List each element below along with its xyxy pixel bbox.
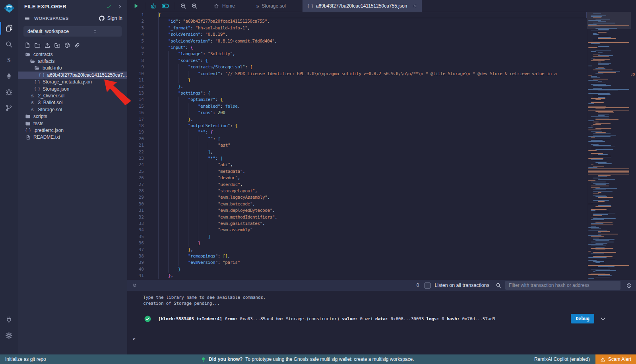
ai-assistant-button[interactable]	[150, 3, 157, 10]
workspace-name: default_workspace	[27, 29, 73, 34]
transaction-summary[interactable]: [block:5583405 txIndex:4] from: 0xa03...…	[158, 316, 495, 321]
box-icon[interactable]	[64, 42, 70, 48]
indent-guide	[168, 97, 178, 103]
run-script-button[interactable]	[133, 3, 139, 9]
sign-in-button[interactable]: Sign in	[99, 15, 122, 21]
new-folder-icon[interactable]	[34, 42, 41, 48]
sidebar-item-file-explorer[interactable]	[0, 20, 18, 36]
minimap-line	[598, 197, 613, 198]
minimap-line	[593, 59, 610, 60]
minimap-line	[588, 150, 597, 151]
workspace-select[interactable]: default_workspace	[23, 26, 122, 37]
minimap-line	[598, 81, 602, 82]
tree-item-artifacts[interactable]: artifacts	[18, 58, 127, 64]
tree-item-label: Storage.sol	[38, 107, 62, 112]
new-file-icon[interactable]	[24, 42, 31, 48]
minimap-line	[591, 43, 600, 44]
minimap-line	[598, 38, 616, 39]
tree-item-readme-txt[interactable]: README.txt	[18, 134, 127, 141]
minimap-line	[598, 112, 614, 113]
token: {	[235, 123, 237, 129]
tree-item-tests[interactable]: tests	[18, 120, 127, 127]
code-editor[interactable]: 1234567891011121314151617181920212223242…	[127, 12, 636, 280]
line-number: 33	[127, 221, 149, 227]
listen-all-checkbox[interactable]	[425, 283, 430, 288]
separator	[175, 2, 175, 10]
tree-item-2-owner-sol[interactable]: S2_Owner.sol	[18, 92, 127, 99]
indent-guide	[168, 240, 178, 246]
tree-item-storage-json[interactable]: { }Storage.json	[18, 85, 127, 92]
minimap-line	[598, 62, 601, 62]
line-number: 23	[127, 155, 149, 162]
token: :	[210, 38, 215, 45]
tab-storage-sol[interactable]: SStorage.sol	[252, 0, 291, 12]
sidebar-item-solidity-compiler[interactable]: S	[0, 52, 18, 68]
minimap-line	[598, 72, 616, 73]
indent-guide	[168, 129, 178, 136]
line-number: 9	[127, 64, 149, 70]
indent-guide	[158, 247, 168, 253]
sidebar-item-plugin-manager[interactable]	[0, 312, 18, 327]
minimap[interactable]	[587, 12, 631, 280]
close-icon[interactable]	[412, 4, 417, 8]
zoom-in-button[interactable]	[191, 3, 198, 9]
minimap-line	[593, 239, 615, 240]
token: :	[220, 103, 225, 110]
token: ""	[208, 136, 213, 142]
tree-item-storage-metadata-json[interactable]: { }Storage_metadata.json	[18, 79, 127, 85]
sidebar-item-settings[interactable]	[0, 327, 18, 343]
tree-item--prettierrc-json[interactable]: { }.prettierrc.json	[18, 127, 127, 134]
indent-guide	[158, 221, 168, 227]
separator	[145, 2, 145, 10]
sidebar-item-deploy-run[interactable]	[0, 68, 18, 84]
line-number: 10	[127, 71, 149, 77]
code-line: "evm.methodIdentifiers",	[158, 214, 587, 221]
tab-a69b43f277ba20fcac141151250ca755-json[interactable]: { }a69b43f277ba20fcac141151250ca755.json	[302, 0, 422, 12]
tree-item-scripts[interactable]: scripts	[18, 113, 127, 120]
code-line: "runs": 200	[158, 110, 587, 116]
clear-console-icon[interactable]	[626, 283, 632, 288]
tree-item-build-info[interactable]: build-info	[18, 65, 127, 72]
upload-file-icon[interactable]	[44, 42, 50, 48]
debug-button[interactable]: Debug	[571, 314, 594, 323]
hamburger-menu-icon[interactable]	[24, 15, 30, 21]
link-icon[interactable]	[74, 42, 80, 48]
remix-logo-icon[interactable]	[3, 3, 15, 15]
token: ,	[228, 253, 230, 259]
transaction-filter-input[interactable]	[505, 281, 620, 290]
tree-item-contracts[interactable]: contracts	[18, 51, 127, 58]
minimap-line	[588, 174, 629, 174]
sidebar-item-debugger[interactable]	[0, 84, 18, 100]
terminal[interactable]: Type the library name to see available c…	[127, 291, 636, 354]
git-init-button[interactable]: Initialize as git repo	[5, 354, 46, 364]
tree-item-a69b43f277ba20fcac141151250ca7-[interactable]: { }a69b43f277ba20fcac141151250ca7...	[18, 72, 127, 78]
minimap-line	[588, 47, 597, 48]
token: :	[190, 25, 195, 31]
expand-transaction-icon[interactable]	[600, 316, 606, 322]
code-line: "evm.bytecode",	[158, 201, 587, 207]
copilot-toggle-button[interactable]	[161, 2, 169, 10]
scam-alert-badge[interactable]: Scam Alert	[595, 354, 636, 364]
indent-guide	[178, 207, 188, 214]
zoom-out-button[interactable]	[180, 3, 186, 9]
minimap-line	[595, 188, 617, 189]
terminal-prompt[interactable]: >	[133, 336, 135, 341]
sidebar-item-search[interactable]	[0, 36, 18, 52]
token: "contracts/Storage.sol"	[188, 64, 245, 70]
terminal-expand-icon[interactable]	[132, 283, 137, 288]
upload-folder-icon[interactable]	[54, 42, 60, 48]
sidebar-item-git[interactable]	[0, 100, 18, 116]
tree-item-3-ballot-sol[interactable]: S3_Ballot.sol	[18, 99, 127, 106]
minimap-line	[588, 278, 594, 279]
indent-guide	[168, 123, 178, 129]
file-tree: contractsartifactsbuild-info{ }a69b43f27…	[18, 51, 127, 141]
tree-item-storage-sol[interactable]: SStorage.sol	[18, 106, 127, 113]
minimap-line	[593, 14, 601, 14]
token: ,	[171, 273, 173, 279]
minimap-line	[591, 269, 610, 270]
tab-home[interactable]: Home	[209, 0, 240, 12]
copilot-status[interactable]: RemixAI Copilot (enabled)	[534, 356, 590, 362]
code-line: },	[158, 273, 587, 279]
chevron-right-icon[interactable]	[117, 4, 122, 9]
indent-guide	[188, 149, 198, 155]
